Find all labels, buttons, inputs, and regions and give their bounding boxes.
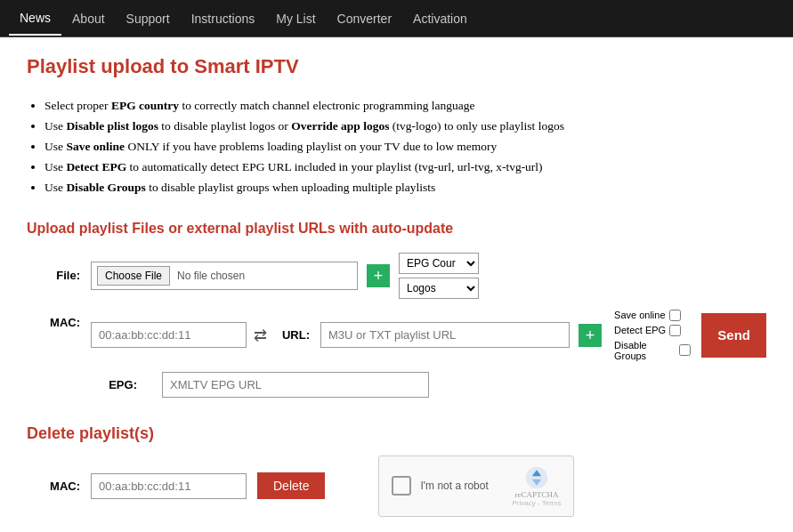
bullet-3: Use Save online ONLY if you have problem… bbox=[45, 137, 766, 157]
save-online-row: Save online bbox=[614, 310, 691, 321]
bullet-2: Use Disable plist logos to disable playl… bbox=[45, 117, 766, 137]
url-label: URL: bbox=[274, 328, 310, 342]
file-input-wrapper: Choose File No file chosen bbox=[91, 262, 358, 290]
epg-label: EPG: bbox=[91, 378, 137, 391]
epg-country-select[interactable]: EPG Cour EPG US EPG UK EPG DE EPG FR bbox=[399, 253, 479, 274]
upload-section-title: Upload playlist Files or external playli… bbox=[27, 221, 766, 237]
nav-instructions[interactable]: Instructions bbox=[181, 3, 266, 35]
bullet-1: Select proper EPG country to correctly m… bbox=[45, 96, 766, 117]
add-url-button[interactable]: + bbox=[579, 324, 602, 347]
delete-section-title: Delete playlist(s) bbox=[27, 424, 766, 443]
nav-mylist[interactable]: My List bbox=[265, 3, 326, 35]
disable-groups-label: Disable Groups bbox=[614, 340, 676, 361]
nav-bar: News About Support Instructions My List … bbox=[0, 0, 793, 37]
mac-url-row: MAC: ⇄ URL: + Save online bbox=[27, 310, 766, 398]
recaptcha-privacy: Privacy - Terms bbox=[513, 499, 562, 507]
bullet-4: Use Detect EPG to automatically detect E… bbox=[45, 157, 766, 178]
file-row: File: Choose File No file chosen + EPG C… bbox=[27, 253, 766, 299]
mac-input[interactable] bbox=[91, 322, 247, 348]
detect-epg-checkbox[interactable] bbox=[669, 325, 681, 336]
upload-section: Upload playlist Files or external playli… bbox=[27, 221, 766, 398]
nav-about[interactable]: About bbox=[61, 3, 116, 35]
nav-support[interactable]: Support bbox=[116, 3, 181, 35]
recaptcha-widget: I'm not a robot reCAPTCHA Privacy - Term… bbox=[378, 455, 574, 517]
recaptcha-logo-icon bbox=[524, 465, 549, 490]
delete-button[interactable]: Delete bbox=[257, 472, 325, 499]
file-label: File: bbox=[27, 269, 80, 282]
nav-converter[interactable]: Converter bbox=[327, 3, 402, 35]
recaptcha-checkbox[interactable] bbox=[392, 476, 411, 496]
save-online-checkbox[interactable] bbox=[669, 310, 681, 321]
epg-input[interactable] bbox=[162, 372, 429, 398]
recaptcha-text: I'm not a robot bbox=[420, 480, 488, 492]
nav-activation[interactable]: Activation bbox=[402, 3, 478, 35]
delete-mac-input[interactable] bbox=[91, 473, 247, 499]
send-button[interactable]: Send bbox=[701, 313, 766, 358]
recaptcha-brand-text: reCAPTCHA bbox=[514, 490, 558, 499]
logos-select[interactable]: Logos No Logos Override bbox=[399, 278, 479, 299]
mac-label: MAC: bbox=[27, 316, 80, 329]
nav-news[interactable]: News bbox=[9, 2, 61, 36]
url-input[interactable] bbox=[320, 322, 570, 348]
info-list: Select proper EPG country to correctly m… bbox=[27, 96, 766, 198]
swap-icon[interactable]: ⇄ bbox=[254, 326, 267, 345]
delete-mac-label: MAC: bbox=[27, 480, 80, 493]
disable-groups-checkbox[interactable] bbox=[679, 344, 691, 356]
page-title: Playlist upload to Smart IPTV bbox=[27, 55, 766, 78]
choose-file-button[interactable]: Choose File bbox=[97, 266, 170, 286]
epg-logos-selects: EPG Cour EPG US EPG UK EPG DE EPG FR Log… bbox=[399, 253, 479, 299]
detect-epg-label: Detect EPG bbox=[614, 325, 666, 335]
no-file-text: No file chosen bbox=[177, 270, 245, 282]
add-file-button[interactable]: + bbox=[367, 264, 390, 287]
disable-groups-row: Disable Groups bbox=[614, 340, 691, 361]
delete-section: Delete playlist(s) MAC: Delete I'm not a… bbox=[27, 424, 766, 517]
delete-mac-row: MAC: Delete I'm not a robot reCAPTCHA Pr… bbox=[27, 455, 766, 517]
bullet-5: Use Disable Groups to disable playlist g… bbox=[45, 178, 766, 198]
detect-epg-row: Detect EPG bbox=[614, 325, 691, 336]
save-online-label: Save online bbox=[614, 310, 666, 320]
recaptcha-logo: reCAPTCHA Privacy - Terms bbox=[513, 465, 562, 507]
option-checkboxes: Save online Detect EPG Disable Groups bbox=[614, 310, 691, 361]
